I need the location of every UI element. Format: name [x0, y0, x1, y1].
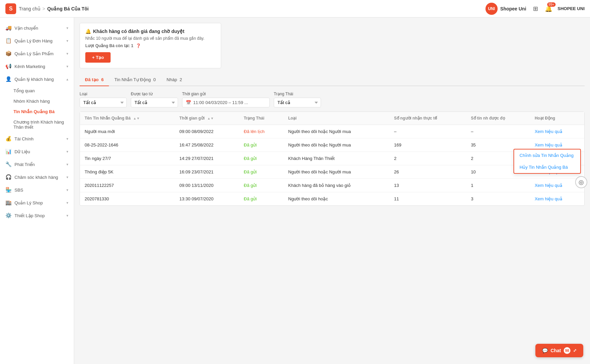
tab-nhap[interactable]: Nháp 2 — [161, 74, 187, 86]
sidebar-item-chuong-trinh[interactable]: Chương trình Khách hàng Thân thiết — [13, 117, 74, 132]
cell-thoi-gian: 14:29 27/07/2021 — [175, 152, 239, 165]
cell-so-nguoi-nhan: – — [389, 125, 466, 138]
cell-thoi-gian: 09:00 08/09/2022 — [175, 125, 239, 138]
xem-hieu-qua-link[interactable]: Xem hiệu quả — [535, 129, 562, 134]
alert-description: Nhắc 10 người mua để lại đánh giá về sản… — [85, 36, 215, 41]
create-button[interactable]: + Tạo — [85, 52, 111, 63]
table-row: Người mua mới 09:00 08/09/2022 Đã lên lị… — [80, 125, 584, 138]
grid-icon-button[interactable]: ⊞ — [532, 4, 539, 14]
filter-duoc-tao-tu: Được tạo từ Tất cả — [131, 92, 178, 107]
chat-bubble-icon: 💬 — [542, 348, 548, 353]
cell-thoi-gian: 16:09 23/07/2021 — [175, 165, 239, 179]
notification-badge: 99+ — [547, 2, 556, 7]
sidebar-item-tai-chinh[interactable]: 💰 Tài Chính ▾ — [0, 132, 74, 145]
sidebar-item-quan-ly-shop[interactable]: 🏬 Quản Lý Shop ▾ — [0, 196, 74, 209]
marketing-label: Kênh Marketing — [14, 64, 45, 69]
col-trang-thai: Trạng Thái — [239, 112, 284, 125]
cell-trang-thai: Đã gửi — [239, 192, 284, 206]
sidebar: 🚚 Vận chuyển ▾ 📋 Quản Lý Đơn Hàng ▾ 📦 Qu… — [0, 18, 74, 364]
cell-loai: Người theo dõi hoặc Người mua — [284, 165, 389, 179]
khach-hang-chevron: ▴ — [66, 77, 68, 81]
main-content: 🔔 Khách hàng có đánh giá đang chờ duyệt … — [74, 18, 590, 364]
sidebar-item-sbs[interactable]: 🏪 SBS ▾ — [0, 184, 74, 196]
filter-loai-select[interactable]: Tất cả — [80, 98, 127, 107]
header-right: UNI Shopee Uni ⊞ 🔔 99+ SHOPEE UNI — [485, 3, 585, 15]
marketing-icon: 📢 — [5, 63, 12, 69]
support-icon[interactable]: ◎ — [575, 176, 587, 188]
phat-trien-label: Phát Triển — [14, 162, 35, 167]
sidebar-item-quan-ly-san-pham[interactable]: 📦 Quản Lý Sản Phẩm ▾ — [0, 47, 74, 60]
col-loai: Loại — [284, 112, 389, 125]
breadcrumb-current: Quảng Bá Của Tôi — [47, 6, 89, 11]
cell-loai: Người theo dõi hoặc — [284, 192, 389, 206]
sidebar-item-kenh-marketing[interactable]: 📢 Kênh Marketing ▾ — [0, 60, 74, 73]
chat-button[interactable]: 💬 Chat 98 ⤢ — [535, 344, 583, 357]
sidebar-item-tin-nhan-quang-ba[interactable]: Tin Nhắn Quảng Bá — [13, 106, 74, 117]
table-row: 2020781330 13:30 09/07/2020 Đã gửi Người… — [80, 192, 584, 206]
thiet-lap-shop-chevron: ▾ — [66, 213, 68, 218]
sbs-chevron: ▾ — [66, 188, 68, 192]
tabs: Đã tạo 6 Tin Nhắn Tự Động 0 Nháp 2 — [80, 74, 585, 86]
sort-thoi-gian-icon[interactable]: ▲▼ — [207, 117, 214, 120]
table-row: 202011122257 09:00 13/11/2020 Đã gửi Khá… — [80, 179, 584, 192]
sbs-icon: 🏪 — [5, 187, 12, 193]
xem-hieu-qua-link[interactable]: Xem hiệu quả — [535, 142, 562, 147]
tab-tin-nhan-tu-dong-count: 0 — [153, 77, 156, 82]
alert-remain-label: Lượt Quảng Bá còn lại: — [85, 43, 130, 48]
dropdown-edit[interactable]: Chỉnh sửa Tin Nhắn Quảng — [514, 150, 580, 161]
alert-help-icon[interactable]: ❓ — [136, 43, 141, 48]
alert-box: 🔔 Khách hàng có đánh giá đang chờ duyệt … — [80, 23, 221, 68]
tab-tin-nhan-tu-dong[interactable]: Tin Nhắn Tự Động 0 — [109, 74, 161, 86]
tab-da-tao-count: 6 — [101, 77, 104, 82]
cell-thoi-gian: 09:00 13/11/2020 — [175, 179, 239, 192]
cham-soc-chevron: ▾ — [66, 175, 68, 179]
notification-button[interactable]: 🔔 99+ — [543, 4, 554, 14]
main-table: Tên Tin Nhắn Quảng Bá ▲▼ Thời gian gửi ▲… — [80, 112, 584, 205]
sidebar-item-tong-quan[interactable]: Tổng quan — [13, 86, 74, 96]
khach-hang-submenu: Tổng quan Nhóm Khách hàng Tin Nhắn Quảng… — [0, 86, 74, 132]
cell-hoat-dong: Xem hiệu quả — [530, 192, 584, 206]
table-row: Tin ngày 27/7 14:29 27/07/2021 Đã gửi Kh… — [80, 152, 584, 165]
filter-duoc-tao-tu-select[interactable]: Tất cả — [131, 98, 178, 107]
tai-chinh-icon: 💰 — [5, 136, 12, 142]
sidebar-item-du-lieu[interactable]: 📊 Dữ Liệu ▾ — [0, 145, 74, 158]
breadcrumb-home[interactable]: Trang chủ — [19, 6, 40, 11]
xem-hieu-qua-link[interactable]: Xem hiệu quả — [535, 183, 562, 188]
cell-so-nguoi-nhan: 13 — [389, 179, 466, 192]
uni-logo: UNI — [485, 3, 498, 15]
filter-loai: Loại Tất cả — [80, 92, 127, 107]
breadcrumb: Trang chủ > Quảng Bá Của Tôi — [19, 6, 89, 11]
xem-hieu-qua-link[interactable]: Xem hiệu quả — [535, 196, 562, 201]
du-lieu-label: Dữ Liệu — [14, 149, 30, 154]
tab-da-tao-label: Đã tạo — [85, 77, 99, 82]
sidebar-item-quan-ly-khach-hang[interactable]: 👤 Quản lý khách hàng ▴ — [0, 73, 74, 86]
cell-trang-thai: Đã gửi — [239, 138, 284, 152]
col-so-tin: Số tin nh được đọ — [466, 112, 530, 125]
calendar-icon: 📅 — [186, 100, 191, 105]
sidebar-item-phat-trien[interactable]: 🔧 Phát Triển ▾ — [0, 158, 74, 171]
cell-so-tin: 1 — [466, 179, 530, 192]
du-lieu-icon: 📊 — [5, 148, 12, 155]
table-body: Người mua mới 09:00 08/09/2022 Đã lên lị… — [80, 125, 584, 206]
cell-ten: 08-25-2022-1646 — [80, 138, 175, 152]
san-pham-label: Quản Lý Sản Phẩm — [14, 51, 54, 56]
sidebar-item-quan-ly-don-hang[interactable]: 📋 Quản Lý Đơn Hàng ▾ — [0, 34, 74, 47]
filter-thoi-gian-input[interactable]: 📅 11:00 04/03/2020 – 11:59 ... — [182, 98, 270, 107]
col-ten: Tên Tin Nhắn Quảng Bá ▲▼ — [80, 112, 175, 125]
thiet-lap-shop-icon: ⚙️ — [5, 212, 12, 219]
table-wrap: Tên Tin Nhắn Quảng Bá ▲▼ Thời gian gửi ▲… — [80, 111, 585, 206]
table-row: 08-25-2022-1646 16:47 25/08/2022 Đã gửi … — [80, 138, 584, 152]
sidebar-item-thiet-lap-shop[interactable]: ⚙️ Thiết Lập Shop ▾ — [0, 209, 74, 222]
quan-ly-shop-chevron: ▾ — [66, 201, 68, 205]
filter-trang-thai: Trạng Thái Tất cả — [274, 92, 321, 107]
filter-trang-thai-select[interactable]: Tất cả — [274, 98, 321, 107]
breadcrumb-separator: > — [42, 6, 45, 11]
sidebar-item-van-chuyen[interactable]: 🚚 Vận chuyển ▾ — [0, 22, 74, 34]
table-row: Thông điệp 5K 16:09 23/07/2021 Đã gửi Ng… — [80, 165, 584, 179]
header-icons: ⊞ 🔔 99+ SHOPEE UNI — [532, 4, 585, 14]
tab-da-tao[interactable]: Đã tạo 6 — [80, 74, 109, 86]
sort-ten-icon[interactable]: ▲▼ — [133, 117, 140, 120]
sidebar-item-cham-soc[interactable]: 🎧 Chăm sóc khách hàng ▾ — [0, 171, 74, 184]
sidebar-item-nhom-khach-hang[interactable]: Nhóm Khách hàng — [13, 96, 74, 106]
dropdown-cancel[interactable]: Hủy Tin Nhắn Quảng Bá — [514, 161, 580, 173]
